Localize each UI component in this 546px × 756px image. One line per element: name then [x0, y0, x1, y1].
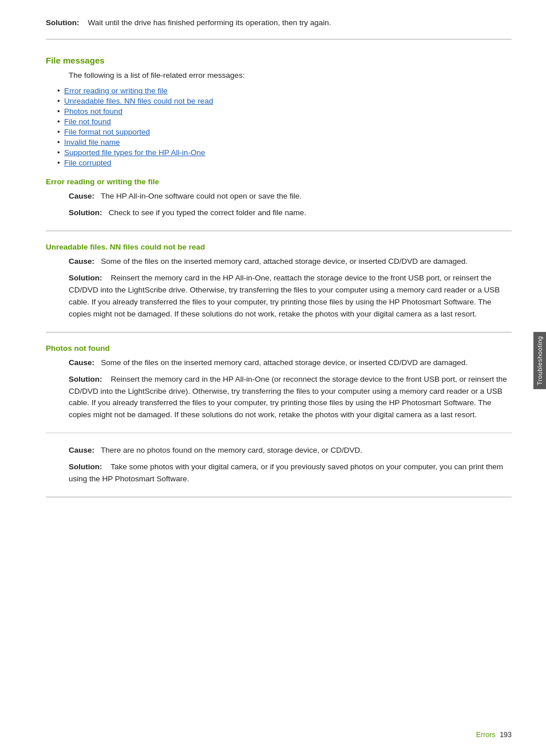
- photos-cause1-value: Some of the files on the inserted memory…: [101, 358, 468, 367]
- cause-label-3: Cause:: [69, 358, 94, 367]
- link-supported-file-types[interactable]: Supported file types for the HP All-in-O…: [64, 148, 205, 157]
- list-item: Supported file types for the HP All-in-O…: [57, 148, 512, 157]
- unreadable-solution-value: Reinsert the memory card in the HP All-i…: [69, 274, 500, 318]
- subsection-heading-error-reading: Error reading or writing the file: [46, 177, 512, 186]
- subsection-unreadable-files: Unreadable files. NN files could not be …: [46, 243, 512, 333]
- subsection-heading-unreadable: Unreadable files. NN files could not be …: [46, 243, 512, 251]
- error-reading-solution-text: Solution: Check to see if you typed the …: [69, 207, 512, 219]
- subsection-photos-not-found: Photos not found Cause: Some of the file…: [46, 344, 512, 497]
- unreadable-cause-text: Cause: Some of the files on the inserted…: [69, 256, 512, 268]
- list-item: File format not supported: [57, 128, 512, 136]
- error-reading-cause-value: The HP All-in-One software could not ope…: [101, 192, 302, 200]
- top-solution-value: Wait until the drive has finished perfor…: [88, 18, 331, 27]
- photos-solution2-value: Take some photos with your digital camer…: [69, 462, 503, 483]
- error-reading-cause-text: Cause: The HP All-in-One software could …: [69, 191, 512, 203]
- list-item: Invalid file name: [57, 138, 512, 147]
- photos-solution1-text: Solution: Reinsert the memory card in th…: [69, 374, 512, 422]
- error-reading-solution-value: Check to see if you typed the correct fo…: [109, 208, 306, 217]
- divider-4: [46, 497, 512, 497]
- link-photos-not-found[interactable]: Photos not found: [64, 107, 122, 116]
- list-item: File corrupted: [57, 159, 512, 167]
- top-solution-label: Solution:: [46, 18, 79, 27]
- list-item: Photos not found: [57, 107, 512, 116]
- top-solution-text: Solution: Wait until the drive has finis…: [46, 17, 512, 29]
- footer-label: Errors: [476, 731, 496, 739]
- solution-label-4: Solution:: [69, 462, 102, 471]
- content-block-error-reading-cause: Cause: The HP All-in-One software could …: [46, 191, 512, 219]
- cause-label-2: Cause:: [69, 257, 94, 266]
- solution-label-1: Solution:: [69, 208, 102, 217]
- content-block-photos-2: Cause: There are no photos found on the …: [46, 445, 512, 485]
- cause-label-1: Cause:: [69, 192, 94, 200]
- page-footer: Errors 193: [474, 731, 512, 739]
- top-solution-block: Solution: Wait until the drive has finis…: [46, 17, 512, 39]
- list-item: Unreadable files. NN files could not be …: [57, 97, 512, 105]
- footer-page-number: 193: [500, 731, 512, 739]
- divider-3: [46, 433, 512, 433]
- file-messages-heading: File messages: [46, 56, 512, 65]
- link-unreadable-files[interactable]: Unreadable files. NN files could not be …: [64, 97, 213, 105]
- link-file-not-found[interactable]: File not found: [64, 117, 111, 126]
- content-block-unreadable-cause: Cause: Some of the files on the inserted…: [46, 256, 512, 320]
- photos-solution1-value: Reinsert the memory card in the HP All-i…: [69, 375, 507, 419]
- link-file-format-not-supported[interactable]: File format not supported: [64, 128, 150, 136]
- photos-cause2-text: Cause: There are no photos found on the …: [69, 445, 512, 457]
- page: Solution: Wait until the drive has finis…: [0, 0, 546, 756]
- unreadable-solution-text: Solution: Reinsert the memory card in th…: [69, 272, 512, 320]
- cause-label-4: Cause:: [69, 446, 94, 454]
- subsection-error-reading: Error reading or writing the file Cause:…: [46, 177, 512, 231]
- content-block-photos: Cause: Some of the files on the inserted…: [46, 357, 512, 422]
- right-tab-label: Troubleshooting: [536, 336, 543, 385]
- file-messages-link-list: Error reading or writing the file Unread…: [46, 86, 512, 167]
- unreadable-cause-value: Some of the files on the inserted memory…: [101, 257, 468, 266]
- divider-1: [46, 231, 512, 231]
- photos-cause1-text: Cause: Some of the files on the inserted…: [69, 357, 512, 369]
- divider-2: [46, 332, 512, 333]
- photos-solution2-text: Solution: Take some photos with your dig…: [69, 461, 512, 485]
- list-item: Error reading or writing the file: [57, 86, 512, 95]
- link-invalid-file-name[interactable]: Invalid file name: [64, 138, 120, 147]
- link-error-reading[interactable]: Error reading or writing the file: [64, 86, 168, 95]
- list-item: File not found: [57, 117, 512, 126]
- solution-label-3: Solution:: [69, 375, 102, 383]
- link-file-corrupted[interactable]: File corrupted: [64, 159, 112, 167]
- solution-label-2: Solution:: [69, 274, 102, 282]
- file-messages-section: File messages The following is a list of…: [46, 56, 512, 167]
- subsection-heading-photos: Photos not found: [46, 344, 512, 353]
- right-tab: Troubleshooting: [533, 332, 546, 389]
- photos-cause2-value: There are no photos found on the memory …: [101, 446, 362, 454]
- file-messages-intro: The following is a list of file-related …: [46, 71, 512, 80]
